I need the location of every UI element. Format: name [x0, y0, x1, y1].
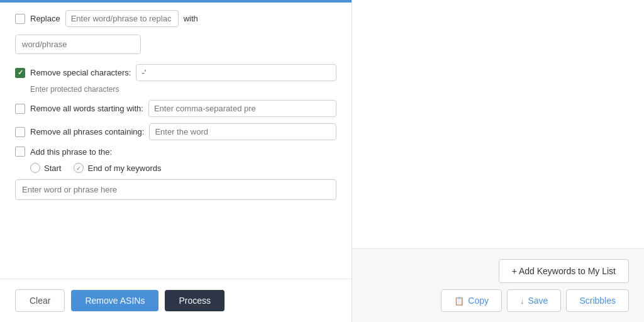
scribbles-label: Scribbles	[579, 296, 616, 306]
start-radio[interactable]	[30, 163, 40, 173]
save-icon: ↓	[520, 296, 525, 306]
remove-words-row: Remove all words starting with:	[15, 100, 336, 117]
save-label: Save	[528, 296, 548, 306]
end-label: End of my keywords	[87, 164, 161, 173]
copy-button[interactable]: 📋 Copy	[441, 289, 502, 312]
copy-icon: 📋	[454, 296, 464, 306]
left-content: Replace with Remove special characters: …	[0, 0, 352, 279]
remove-asins-button[interactable]: Remove ASINs	[71, 290, 158, 311]
copy-label: Copy	[468, 296, 489, 306]
remove-words-input[interactable]	[148, 100, 336, 117]
remove-phrases-label: Remove all phrases containing:	[30, 127, 144, 136]
phrase-full-input[interactable]	[15, 179, 336, 200]
replace-input[interactable]	[65, 10, 179, 27]
start-label: Start	[44, 164, 61, 173]
radio-start[interactable]: Start	[30, 163, 61, 173]
remove-phrases-row: Remove all phrases containing:	[15, 123, 336, 140]
remove-special-label: Remove special characters:	[30, 68, 131, 77]
add-phrase-row: Add this phrase to the:	[15, 147, 336, 157]
protected-hint: Enter protected characters	[30, 85, 336, 94]
replace-label: Replace	[30, 14, 60, 23]
remove-special-row: Remove special characters:	[15, 64, 336, 81]
remove-phrases-input[interactable]	[149, 123, 336, 140]
with-label: with	[184, 14, 198, 23]
right-footer: + Add Keywords to My List 📋 Copy ↓ Save …	[352, 249, 644, 322]
add-phrase-label: Add this phrase to the:	[30, 147, 112, 157]
add-phrase-checkbox[interactable]	[15, 147, 25, 157]
radio-row: Start End of my keywords	[30, 163, 336, 173]
scribbles-button[interactable]: Scribbles	[566, 289, 629, 312]
remove-special-checkbox[interactable]	[15, 68, 25, 78]
replace-checkbox[interactable]	[15, 14, 25, 24]
right-panel: + Add Keywords to My List 📋 Copy ↓ Save …	[352, 0, 644, 322]
left-panel: Replace with Remove special characters: …	[0, 0, 352, 322]
remove-phrases-checkbox[interactable]	[15, 127, 25, 137]
right-content	[352, 0, 644, 249]
remove-words-checkbox[interactable]	[15, 104, 25, 114]
replace-row: Replace with	[15, 10, 336, 27]
process-button[interactable]: Process	[165, 290, 225, 311]
remove-words-label: Remove all words starting with:	[30, 104, 143, 113]
special-chars-input[interactable]	[136, 64, 336, 81]
add-keywords-button[interactable]: + Add Keywords to My List	[499, 259, 629, 283]
top-blue-bar	[0, 0, 352, 3]
end-radio[interactable]	[74, 163, 84, 173]
left-footer: Clear Remove ASINs Process	[0, 279, 352, 322]
radio-end[interactable]: End of my keywords	[74, 163, 161, 173]
save-button[interactable]: ↓ Save	[507, 289, 561, 312]
action-buttons-row: 📋 Copy ↓ Save Scribbles	[441, 289, 629, 312]
clear-button[interactable]: Clear	[15, 289, 65, 312]
word-phrase-input[interactable]	[15, 35, 141, 54]
